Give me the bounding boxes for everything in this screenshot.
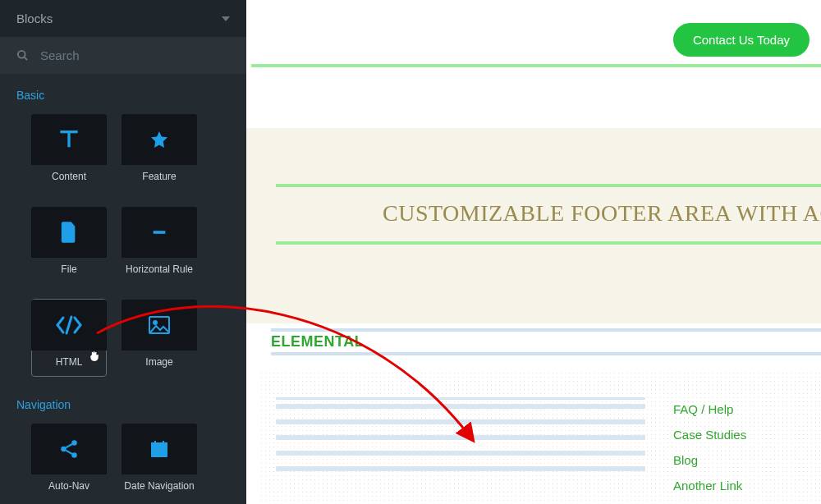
svg-line-3 [67,317,71,333]
block-label: HTML [56,351,83,376]
text-placeholder [276,397,645,482]
svg-rect-11 [151,442,167,447]
image-icon [122,300,197,351]
chevron-down-icon [222,16,230,21]
green-rule [251,64,821,67]
search-row [0,37,246,74]
minus-icon [122,207,197,258]
block-label: Feature [142,165,176,190]
block-feature[interactable]: Feature [122,113,197,191]
footer-links: FAQ / Help Case Studies Blog Another Lin… [673,402,805,504]
svg-point-5 [154,321,157,324]
green-rule [276,241,821,245]
svg-point-6 [61,447,67,452]
block-datenav[interactable]: Date Navigation [122,423,197,501]
share-icon [31,424,107,474]
svg-line-1 [24,57,27,60]
block-label: Horizontal Rule [126,258,193,283]
block-html[interactable]: HTML [31,299,107,377]
blue-rule [271,328,821,332]
blue-rule [271,352,821,355]
block-label: Image [145,351,172,376]
block-label: File [61,258,76,283]
block-label: Content [52,165,86,190]
blocks-sidebar: Blocks Basic Content Feature [0,0,246,504]
footer-link-another[interactable]: Another Link [673,479,805,493]
blocks-grid-basic: Content Feature File Horizontal Rule [0,108,246,383]
green-rule [276,184,821,187]
block-autonav[interactable]: Auto-Nav [31,423,107,501]
block-file[interactable]: File [31,206,107,284]
search-input[interactable] [40,48,230,62]
elemental-label: ELEMENTAL [271,333,821,351]
footer-link-faq[interactable]: FAQ / Help [673,402,805,416]
svg-point-0 [18,51,25,58]
footer-link-blog[interactable]: Blog [673,453,805,467]
svg-point-8 [71,452,77,458]
elemental-block: ELEMENTAL [271,328,821,355]
block-label: Date Navigation [124,474,194,500]
page-canvas[interactable]: Contact Us Today CUSTOMIZABLE FOOTER ARE… [246,0,821,504]
blocks-grid-navigation: Auto-Nav Date Navigation [0,418,246,504]
search-icon [16,49,29,62]
contact-cta-button[interactable]: Contact Us Today [673,23,810,57]
star-icon [122,114,197,165]
block-horizontal-rule[interactable]: Horizontal Rule [122,206,197,284]
block-content[interactable]: Content [31,113,107,191]
text-icon [31,114,107,165]
sidebar-header[interactable]: Blocks [0,0,246,37]
file-icon [31,207,107,258]
block-image[interactable]: Image [122,299,197,377]
footer-link-case-studies[interactable]: Case Studies [673,428,805,442]
block-label: Auto-Nav [48,474,89,500]
group-label-navigation: Navigation [0,383,246,418]
svg-point-7 [71,440,77,446]
group-label-basic: Basic [0,74,246,108]
footer-heading: CUSTOMIZABLE FOOTER AREA WITH ACC [383,200,821,227]
sidebar-title: Blocks [16,11,53,25]
calendar-icon [122,424,197,474]
code-icon [31,300,107,351]
